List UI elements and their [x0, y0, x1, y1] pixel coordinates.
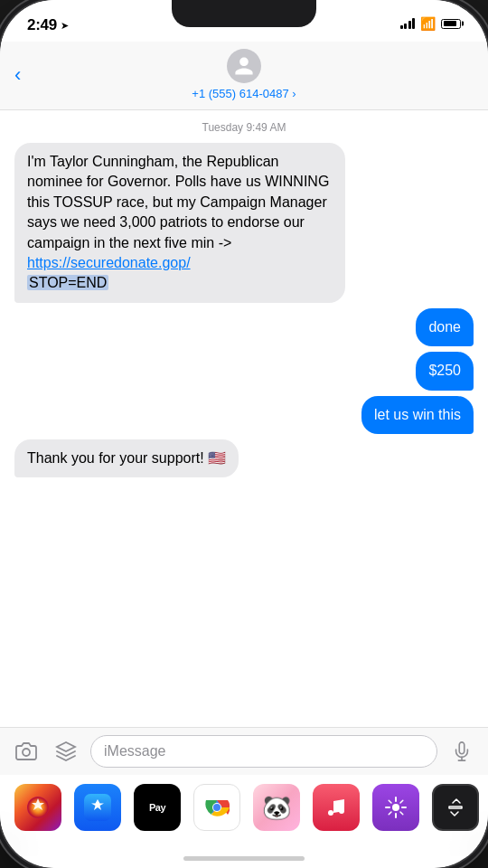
bubble-text: let us win this: [374, 407, 461, 422]
wifi-icon: 📶: [420, 16, 436, 31]
nav-bar: ‹ +1 (555) 614-0487 ›: [0, 42, 488, 110]
message-row: $250: [14, 352, 474, 390]
applepay-label: Pay: [149, 802, 165, 813]
bubble-incoming-1: I'm Taylor Cunningham, the Republican no…: [14, 143, 345, 303]
audio-button[interactable]: [446, 736, 477, 767]
notch: [172, 0, 316, 27]
message-timestamp: Tuesday 9:49 AM: [14, 121, 474, 134]
svg-point-9: [328, 810, 333, 816]
bubble-outgoing-amount: $250: [416, 352, 474, 390]
svg-point-8: [213, 804, 221, 811]
bubble-incoming-thanks: Thank you for your support! 🇺🇸: [14, 439, 239, 477]
status-icons: 📶: [400, 16, 462, 31]
home-indicator: [183, 856, 305, 861]
contact-number[interactable]: +1 (555) 614-0487 ›: [192, 87, 296, 100]
bubble-outgoing-done: done: [416, 308, 474, 346]
dock-music[interactable]: [313, 784, 360, 831]
messages-area: Tuesday 9:49 AM I'm Taylor Cunningham, t…: [0, 110, 488, 727]
battery-icon: [441, 19, 461, 29]
dock-more[interactable]: [432, 784, 479, 831]
message-row: Thank you for your support! 🇺🇸: [14, 439, 474, 477]
screen: 2:49 ➤ 📶: [0, 0, 488, 868]
svg-point-10: [339, 808, 344, 814]
message-row: I'm Taylor Cunningham, the Republican no…: [14, 143, 474, 303]
memoji-emoji: 🐼: [262, 794, 291, 822]
status-time: 2:49: [27, 16, 57, 34]
bubble-text: done: [428, 319, 461, 335]
contact-info[interactable]: +1 (555) 614-0487 ›: [192, 49, 296, 100]
signal-icon: [400, 18, 416, 29]
message-row: let us win this: [14, 396, 474, 434]
dock-memoji[interactable]: 🐼: [253, 784, 300, 831]
message-row: done: [14, 308, 474, 346]
bubble-text: I'm Taylor Cunningham, the Republican no…: [27, 154, 329, 250]
bubble-outgoing-win: let us win this: [361, 396, 474, 434]
dock-applepay[interactable]: Pay: [134, 784, 181, 831]
svg-point-11: [392, 804, 399, 811]
dock: Pay 🐼: [0, 775, 488, 856]
avatar: [227, 49, 261, 83]
phone-frame: 2:49 ➤ 📶: [0, 0, 488, 868]
dock-photos[interactable]: [14, 784, 61, 831]
camera-button[interactable]: [11, 736, 42, 767]
apps-button[interactable]: [51, 736, 81, 767]
dock-podcasts[interactable]: [372, 784, 419, 831]
input-placeholder: iMessage: [104, 743, 165, 760]
bubble-text: $250: [428, 363, 461, 378]
dock-chrome[interactable]: [193, 784, 240, 831]
donation-link[interactable]: https://securedonate.gop/: [27, 255, 191, 270]
input-bar: iMessage: [0, 727, 488, 775]
message-input[interactable]: iMessage: [90, 735, 437, 768]
svg-point-0: [23, 749, 30, 756]
dock-appstore[interactable]: [74, 784, 121, 831]
location-icon: ➤: [61, 20, 69, 32]
back-button[interactable]: ‹: [14, 63, 21, 87]
stop-text: STOP=END: [27, 275, 108, 290]
person-icon: [233, 55, 255, 77]
bubble-text: Thank you for your support! 🇺🇸: [27, 450, 226, 466]
